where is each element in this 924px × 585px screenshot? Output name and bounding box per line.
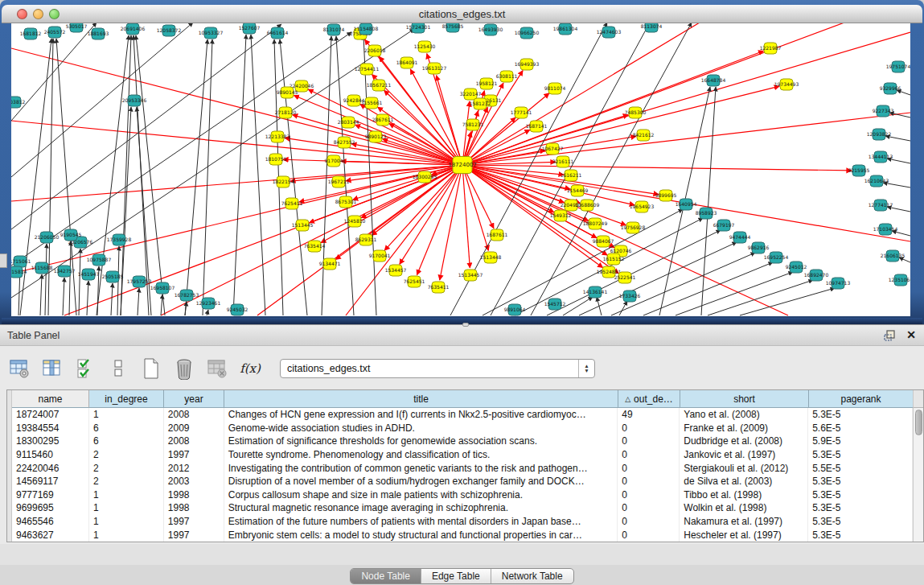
table-cell[interactable]: 18300295 xyxy=(12,435,89,448)
graph-node[interactable]: 9890145 xyxy=(277,87,298,98)
graph-edge[interactable] xyxy=(597,297,602,315)
table-cell[interactable]: 9777169 xyxy=(12,488,89,502)
graph-node[interactable]: 1687611 xyxy=(487,229,508,241)
graph-node[interactable]: 16648784 xyxy=(701,75,726,86)
table-cell[interactable]: 1 xyxy=(89,408,164,422)
table-cell[interactable]: 9115460 xyxy=(12,448,89,462)
table-cell[interactable]: 49 xyxy=(618,408,680,422)
table-cell[interactable]: 5.6E-5 xyxy=(808,422,913,435)
graph-node[interactable]: 10975887 xyxy=(87,254,112,266)
table-cell[interactable]: 0 xyxy=(618,488,680,502)
table-cell[interactable]: 2003 xyxy=(164,475,224,488)
graph-node[interactable]: 19751074 xyxy=(886,61,910,72)
table-cell[interactable]: Stergiakouli et al. (2012) xyxy=(680,461,808,475)
graph-node[interactable]: 9245012 xyxy=(786,262,807,273)
graph-node[interactable]: 1958121 xyxy=(476,78,498,89)
table-cell[interactable]: 0 xyxy=(618,501,680,515)
tab-node-table[interactable]: Node Table xyxy=(351,569,421,583)
graph-edge[interactable] xyxy=(740,288,835,315)
graph-edge[interactable] xyxy=(462,23,844,165)
tab-network-table[interactable]: Network Table xyxy=(491,569,573,583)
graph-node[interactable]: 9811074 xyxy=(544,83,566,94)
table-cell[interactable]: 1 xyxy=(89,515,164,529)
table-cell[interactable]: Disruption of a novel member of a sodium… xyxy=(224,475,618,488)
table-cell[interactable]: 19384554 xyxy=(12,422,89,435)
graph-edge[interactable] xyxy=(619,301,627,315)
table-cell[interactable]: de Silva et al. (2003) xyxy=(680,475,808,488)
table-cell[interactable]: 5.3E-5 xyxy=(808,488,913,502)
graph-edge[interactable] xyxy=(45,244,47,315)
graph-edge[interactable] xyxy=(121,107,131,315)
graph-node[interactable]: 12754411 xyxy=(355,64,380,75)
table-cell[interactable]: Structural magnetic resonance image aver… xyxy=(224,501,618,515)
table-cell[interactable]: Tourette syndrome. Phenomenology and cla… xyxy=(224,448,618,462)
graph-node[interactable]: 1342757 xyxy=(54,266,76,277)
graph-node[interactable]: 8215955 xyxy=(848,165,870,176)
graph-node[interactable]: 6308111 xyxy=(496,71,518,82)
graph-node[interactable]: 1810755 xyxy=(265,154,287,165)
table-cell[interactable]: 0 xyxy=(618,448,680,462)
table-row[interactable]: 2242004622012Investigating the contribut… xyxy=(12,461,913,475)
table-cell[interactable]: 18724007 xyxy=(12,408,89,422)
table-cell[interactable]: 1997 xyxy=(164,448,224,462)
graph-edge[interactable] xyxy=(136,35,165,315)
graph-node[interactable]: 17957253 xyxy=(127,276,152,287)
graph-node[interactable]: 12213383 xyxy=(265,131,290,142)
graph-edge[interactable] xyxy=(462,165,852,171)
graph-node[interactable]: 20691406 xyxy=(121,23,146,35)
graph-node[interactable]: 1513448 xyxy=(480,252,502,263)
graph-edge[interactable] xyxy=(63,278,64,315)
graph-node[interactable]: 16892470 xyxy=(804,270,829,281)
graph-edge[interactable] xyxy=(233,35,246,315)
graph-edge[interactable] xyxy=(379,56,462,165)
graph-node[interactable]: 1616211 xyxy=(561,170,582,181)
column-header-out_de[interactable]: △out_de… xyxy=(618,390,680,408)
table-cell[interactable]: Yano et al. (2008) xyxy=(680,408,808,422)
graph-node[interactable]: 18807249 xyxy=(583,218,608,229)
graph-node[interactable]: 1864091 xyxy=(396,57,418,68)
graph-node[interactable]: 6679197 xyxy=(713,220,735,231)
table-cell[interactable]: 2009 xyxy=(164,422,224,435)
graph-node[interactable]: 9170041 xyxy=(369,250,391,262)
graph-node[interactable]: 1822154 xyxy=(273,176,294,187)
graph-node[interactable]: 1733426 xyxy=(619,290,641,302)
graph-node[interactable]: 16949393 xyxy=(515,59,540,70)
table-cell[interactable]: 5.3E-5 xyxy=(808,408,913,422)
graph-node[interactable]: 9899695 xyxy=(655,190,677,201)
table-cell[interactable]: 5.3E-5 xyxy=(808,528,913,542)
table-cell[interactable]: 1997 xyxy=(164,515,224,529)
table-cell[interactable]: 9465546 xyxy=(12,515,89,529)
table-cell[interactable]: 5.9E-5 xyxy=(808,435,913,448)
graph-node[interactable]: 1513445 xyxy=(292,220,314,231)
graph-node[interactable]: 12923461 xyxy=(196,298,221,309)
graph-edge[interactable] xyxy=(579,242,737,315)
graph-edge[interactable] xyxy=(462,165,488,250)
graph-node[interactable]: 8131074 xyxy=(323,24,345,35)
column-header-in_degree[interactable]: in_degree xyxy=(89,390,164,408)
graph-node[interactable]: 1245810 xyxy=(344,216,366,227)
table-cell[interactable]: Hescheler et al. (1997) xyxy=(680,528,808,542)
graph-edge[interactable] xyxy=(207,310,208,315)
graph-node[interactable]: 17103454 xyxy=(873,224,898,235)
table-cell[interactable]: 6 xyxy=(89,435,164,448)
graph-edge[interactable] xyxy=(11,23,193,177)
table-cell[interactable]: 0 xyxy=(618,422,680,435)
graph-node[interactable]: 1640954 xyxy=(676,199,697,210)
graph-node[interactable]: 1777141 xyxy=(511,107,532,118)
table-row[interactable]: 911546021997Tourette syndrome. Phenomeno… xyxy=(12,448,913,462)
graph-edge[interactable] xyxy=(611,253,755,315)
table-row[interactable]: 946554611997Estimation of the future num… xyxy=(12,515,913,529)
graph-node[interactable]: 10974713 xyxy=(826,278,851,289)
graph-edge[interactable] xyxy=(377,107,462,165)
graph-node[interactable]: 2405572 xyxy=(44,27,66,38)
table-cell[interactable]: 1997 xyxy=(164,528,224,542)
table-cell[interactable]: 2 xyxy=(89,448,164,462)
table-cell[interactable]: 2008 xyxy=(164,435,224,448)
graph-node[interactable]: 12058372 xyxy=(157,25,182,36)
table-cell[interactable]: 5.3E-5 xyxy=(808,515,913,529)
graph-node[interactable]: 10953327 xyxy=(199,27,224,39)
graph-node[interactable]: 19613127 xyxy=(422,63,447,74)
new-column-icon[interactable] xyxy=(140,357,162,380)
graph-node[interactable]: 16952254 xyxy=(764,252,789,263)
graph-node[interactable]: 19734493 xyxy=(774,79,799,90)
